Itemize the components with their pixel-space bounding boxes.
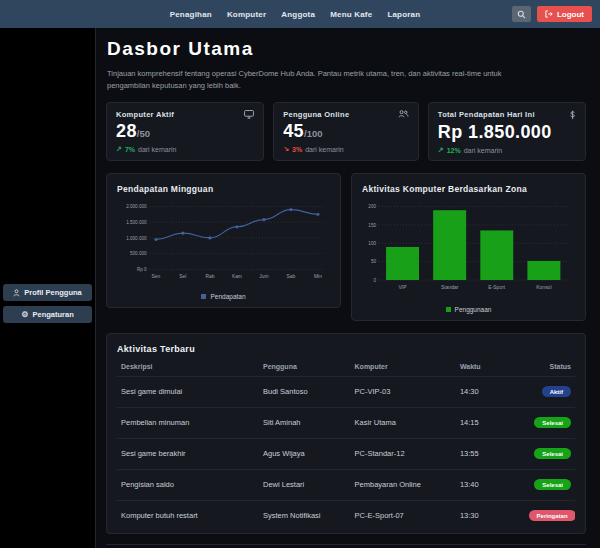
zone-activity-bar-chart: 050100150200VIPStandarE-SportKonsol [362,199,575,305]
svg-text:1.000.000: 1.000.000 [126,236,147,241]
svg-text:500.000: 500.000 [130,252,147,257]
search-icon [517,10,526,19]
table-row: Sesi game berakhir Agus Wijaya PC-Standa… [117,438,575,469]
delta-arrow-icon: ↗ [116,145,122,153]
svg-text:Kam: Kam [232,274,242,279]
page-title: Dasbor Utama [107,38,586,60]
weekly-revenue-line-chart: Rp 0500.0001.000.0001.500.0002.000.000Se… [117,199,330,292]
cell-status: Selesai [525,407,575,438]
stat-value: 45/100 [283,121,409,142]
status-badge: Selesai [534,479,571,490]
legend-swatch [446,307,451,312]
nav-item[interactable]: Laporan [387,10,420,19]
cell-komputer: PC-E-Sport-07 [351,500,456,531]
bar-chart-legend: Penggunaan [362,306,575,315]
svg-text:Jum: Jum [259,274,268,279]
recent-activity-title: Aktivitas Terbaru [117,344,575,354]
charts-row: Pendapatan Mingguan Rp 0500.0001.000.000… [106,173,586,321]
svg-text:Standar: Standar [441,284,459,290]
stat-delta: ↘ 3% dari kemarin [283,145,409,153]
svg-text:VIP: VIP [399,284,408,290]
cell-deskripsi: Pembelian minuman [117,407,259,438]
app-root: Penagihan Komputer Anggota Menu Kafe Lap… [0,0,600,548]
svg-text:Min: Min [314,274,322,279]
status-badge: Aktif [542,386,571,397]
cell-waktu: 14:30 [456,376,525,407]
main-nav: Penagihan Komputer Anggota Menu Kafe Lap… [170,10,421,19]
cell-komputer: Kasir Utama [351,407,456,438]
table-header-row: Deskripsi Pengguna Komputer Waktu Status [117,357,575,377]
svg-text:50: 50 [371,260,377,265]
line-chart-legend: Pendapatan [117,293,330,302]
delta-arrow-icon: ↘ [283,145,289,153]
svg-text:2.000.000: 2.000.000 [126,204,147,209]
dollar-icon [569,110,576,120]
nav-item[interactable]: Menu Kafe [330,10,372,19]
stat-card: Pengguna Online 45/100 ↘ 3% dari kemarin [273,102,419,161]
table-row: Komputer butuh restart System Notifikasi… [117,500,575,531]
sidebar-item[interactable]: ⚙ Pengaturan [3,306,92,323]
cell-pengguna: Budi Santoso [259,376,351,407]
logout-button[interactable]: Logout [537,6,592,22]
weekly-revenue-card: Pendapatan Mingguan Rp 0500.0001.000.000… [106,173,341,308]
stat-value: 28/50 [116,121,254,142]
cell-deskripsi: Pengisian saldo [117,469,259,500]
sidebar-item[interactable]: Profil Pengguna [3,284,92,301]
svg-text:Konsol: Konsol [536,284,551,290]
svg-text:100: 100 [368,241,376,246]
main-content: Dasbor Utama Tinjauan komprehensif tenta… [95,28,600,548]
nav-item[interactable]: Anggota [281,10,315,19]
svg-text:1.500.000: 1.500.000 [126,220,147,225]
cell-komputer: Pembayaran Online [351,469,456,500]
header-actions: Logout [512,6,592,22]
svg-text:Sab: Sab [287,274,296,279]
page-subtitle: Tinjauan komprehensif tentang operasi Cy… [107,68,517,91]
svg-text:200: 200 [368,204,376,209]
stat-label: Komputer Aktif [116,110,174,119]
cell-status: Selesai [525,438,575,469]
cell-pengguna: System Notifikasi [259,500,351,531]
legend-swatch [201,294,206,299]
bar-chart-title: Aktivitas Komputer Berdasarkan Zona [362,184,575,194]
stat-card: Komputer Aktif 28/50 ↗ 7% dari kemarin [106,102,264,161]
search-button[interactable] [512,6,531,22]
cell-waktu: 13:40 [456,469,525,500]
cell-deskripsi: Komputer butuh restart [117,500,259,531]
svg-text:Rab: Rab [205,274,214,279]
svg-text:E-Sport: E-Sport [488,284,506,290]
table-row: Pembelian minuman Siti Aminah Kasir Utam… [117,407,575,438]
cell-waktu: 14:15 [456,407,525,438]
monitor-icon [244,110,254,119]
table-row: Sesi game dimulai Budi Santoso PC-VIP-03… [117,376,575,407]
cell-status: Aktif [525,376,575,407]
cell-komputer: PC-VIP-03 [351,376,456,407]
activity-table: Deskripsi Pengguna Komputer Waktu Status… [117,357,575,531]
svg-text:Sel: Sel [179,274,186,279]
table-column-header: Komputer [351,357,456,377]
cell-deskripsi: Sesi game berakhir [117,438,259,469]
svg-text:Rp 0: Rp 0 [137,267,147,272]
status-badge: Selesai [534,448,571,459]
table-column-header: Deskripsi [117,357,259,377]
stat-delta: ↗ 12% dari kemarin [438,146,576,154]
cell-waktu: 13:55 [456,438,525,469]
stats-row: Komputer Aktif 28/50 ↗ 7% dari kemarin P… [106,102,586,161]
cell-pengguna: Siti Aminah [259,407,351,438]
stat-value: Rp 1.850.000 [438,122,576,143]
svg-text:Sen: Sen [152,274,161,279]
stat-card: Total Pendapatan Hari Ini Rp 1.850.000 ↗… [428,102,586,161]
status-badge: Peringatan [529,510,575,521]
sidebar: Profil Pengguna ⚙ Pengaturan [0,28,95,548]
nav-item[interactable]: Penagihan [170,10,212,19]
cell-deskripsi: Sesi game dimulai [117,376,259,407]
cell-komputer: PC-Standar-12 [351,438,456,469]
logout-icon [545,10,553,18]
nav-item[interactable]: Komputer [227,10,266,19]
table-row: Pengisian saldo Dewi Lestari Pembayaran … [117,469,575,500]
status-badge: Selesai [534,417,571,428]
cell-waktu: 13:30 [456,500,525,531]
cell-pengguna: Agus Wijaya [259,438,351,469]
cell-pengguna: Dewi Lestari [259,469,351,500]
footer: Sumber Daya Hukum f in [106,544,586,548]
recent-activity-card: Aktivitas Terbaru Deskripsi Pengguna Kom… [106,333,586,534]
